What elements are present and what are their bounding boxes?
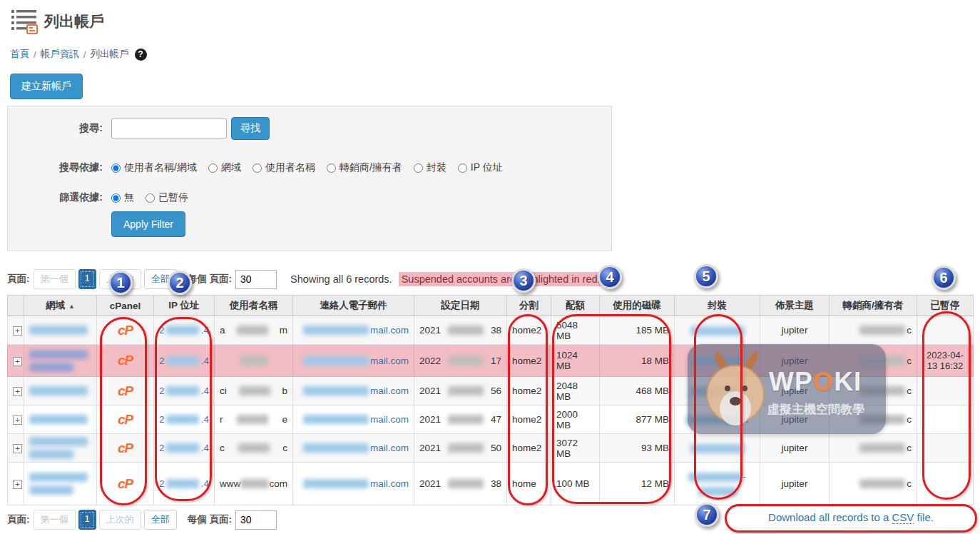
redacted-blur: [448, 326, 484, 335]
filter-by-option-1[interactable]: 已暫停: [146, 191, 188, 204]
expand-row-icon[interactable]: +: [13, 357, 22, 366]
owner-value: c: [834, 325, 912, 336]
filter-by-radio-0[interactable]: [111, 193, 121, 203]
search-by-option-4[interactable]: 封裝: [414, 161, 446, 174]
breadcrumb-current: 列出帳戶: [91, 48, 129, 61]
cell-domain[interactable]: [24, 377, 97, 405]
breadcrumb-home-link[interactable]: 首頁: [10, 48, 29, 61]
per-page-input[interactable]: [235, 270, 277, 289]
search-by-radio-2[interactable]: [252, 163, 262, 173]
redacted-blur: [859, 326, 905, 335]
cell-domain[interactable]: [24, 316, 97, 345]
annotation-circle-7: 7: [695, 503, 719, 527]
cell-domain[interactable]: [24, 463, 97, 505]
email-link[interactable]: mail.com: [298, 414, 409, 425]
filter-by-radio-1[interactable]: [146, 193, 155, 203]
list-accounts-icon: [10, 7, 39, 36]
domain-link[interactable]: [29, 350, 91, 372]
domain-link[interactable]: [29, 415, 91, 424]
expand-row-icon[interactable]: +: [13, 326, 22, 336]
redacted-blur: [29, 326, 88, 335]
redacted-blur: [448, 415, 484, 424]
filter-by-radio-group: 無已暫停: [111, 191, 188, 204]
cell-domain[interactable]: [24, 405, 97, 434]
search-by-option-3[interactable]: 轉銷商/擁有者: [327, 161, 402, 174]
search-by-option-1[interactable]: 網域: [208, 161, 241, 174]
column-header-6: 設定日期: [414, 296, 507, 316]
column-header-1[interactable]: 網域▲: [24, 296, 97, 316]
date-suffix: 38: [491, 325, 501, 336]
search-by-radio-3[interactable]: [327, 163, 336, 173]
cell-username: [215, 345, 293, 377]
expand-row-icon[interactable]: +: [13, 415, 22, 425]
cell-expand: +: [8, 345, 24, 377]
page-button-disabled: 上次的: [99, 510, 141, 530]
annotation-circle-6: 6: [931, 266, 956, 290]
search-by-option-label: 使用者名稱: [265, 161, 315, 174]
date-prefix: 2021: [419, 325, 441, 336]
search-by-option-label: 網域: [221, 161, 241, 174]
cell-domain[interactable]: [24, 434, 97, 463]
help-icon[interactable]: ?: [135, 49, 147, 61]
username-suffix: e: [282, 414, 287, 425]
find-button[interactable]: 尋找: [231, 117, 270, 140]
list-accounts-page: 列出帳戶 首頁 / 帳戶資訊 / 列出帳戶 ? 建立新帳戶 搜尋: 尋找 搜尋依…: [0, 0, 980, 534]
expand-row-icon[interactable]: +: [13, 387, 22, 396]
column-header-9: 使用的磁碟: [600, 296, 675, 316]
per-page-input[interactable]: [235, 510, 277, 530]
suspended-note: Suspended accounts are highlighted in re…: [399, 272, 603, 286]
search-by-option-label: 轉銷商/擁有者: [340, 161, 402, 174]
cell-domain[interactable]: [24, 345, 97, 377]
create-account-button[interactable]: 建立新帳戶: [10, 74, 83, 99]
date-suffix: 56: [491, 386, 501, 396]
search-by-radio-1[interactable]: [208, 163, 218, 173]
redacted-blur: [303, 415, 369, 424]
pagination-bottom: 頁面: 第一個1上次的全部 每個 頁面:: [7, 510, 277, 530]
search-by-radio-0[interactable]: [111, 163, 121, 173]
filter-by-option-0[interactable]: 無: [111, 191, 134, 204]
search-input[interactable]: [111, 119, 227, 138]
search-by-radio-4[interactable]: [414, 163, 423, 173]
package-suffix: -: [742, 471, 746, 482]
domain-link[interactable]: [29, 386, 91, 396]
email-link[interactable]: mail.com: [298, 443, 409, 453]
email-link[interactable]: mail.com: [298, 478, 409, 489]
expand-row-icon[interactable]: +: [13, 444, 22, 453]
redacted-blur: [29, 450, 73, 459]
apply-filter-button[interactable]: Apply Filter: [111, 211, 185, 237]
search-by-option-5[interactable]: IP 位址: [458, 161, 503, 174]
redacted-blur: [448, 443, 484, 453]
redacted-blur: [303, 443, 369, 453]
cell-email: mail.com: [293, 463, 414, 505]
annotation-circle-1: 1: [108, 271, 133, 295]
email-link[interactable]: mail.com: [298, 325, 409, 336]
email-suffix: mail.com: [370, 325, 409, 336]
search-by-radio-5[interactable]: [458, 163, 467, 173]
column-header-5: 連絡人電子郵件: [293, 296, 414, 316]
email-link[interactable]: mail.com: [298, 386, 409, 396]
table-header-row: 網域▲cPanelIP 位址使用者名稱連絡人電子郵件設定日期分割配額使用的磁碟封…: [8, 296, 974, 316]
search-by-option-2[interactable]: 使用者名稱: [252, 161, 315, 174]
expand-row-icon[interactable]: +: [13, 480, 22, 489]
domain-link[interactable]: [29, 326, 91, 335]
domain-link[interactable]: [29, 473, 91, 495]
annotation-oval-6: [922, 311, 971, 500]
domain-link[interactable]: [29, 437, 91, 459]
date-prefix: 2021: [419, 386, 441, 396]
cell-setup-date: 202156: [414, 377, 507, 405]
search-by-option-0[interactable]: 使用者名稱/網域: [111, 161, 197, 174]
username-prefix: c: [220, 443, 225, 453]
breadcrumb-account-info-link[interactable]: 帳戶資訊: [41, 48, 79, 61]
page-button-current[interactable]: 1: [78, 510, 96, 530]
email-suffix: mail.com: [370, 443, 409, 453]
date-prefix: 2021: [419, 414, 441, 425]
page-button-current[interactable]: 1: [78, 269, 96, 289]
page-button-normal[interactable]: 全部: [144, 510, 177, 530]
cell-setup-date: 202138: [414, 316, 507, 345]
username-suffix: m: [280, 325, 287, 336]
records-count-text: Showing all 6 records.: [290, 273, 392, 285]
annotation-circle-3: 3: [511, 268, 536, 293]
redacted-blur: [448, 386, 484, 396]
email-link[interactable]: mail.com: [298, 356, 409, 366]
cell-expand: +: [8, 405, 24, 434]
